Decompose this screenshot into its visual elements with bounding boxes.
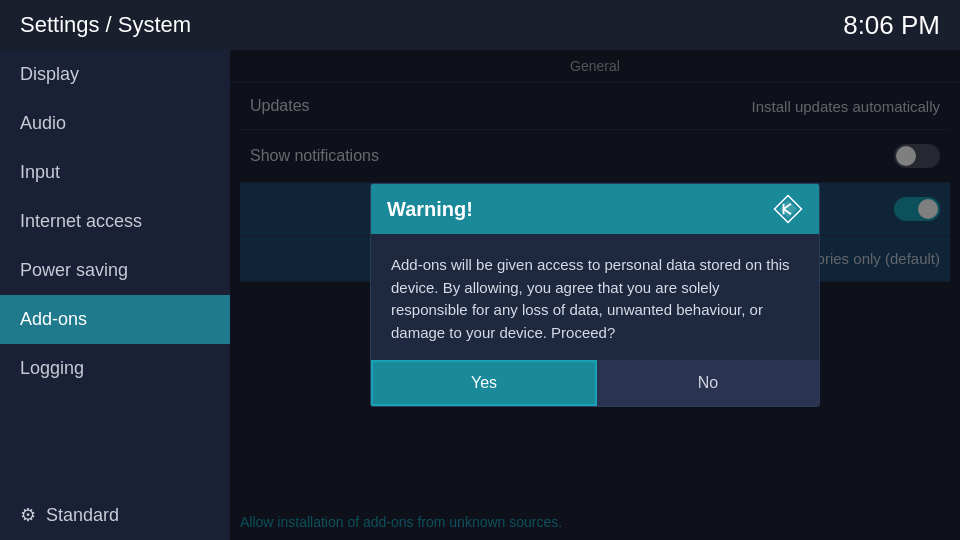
kodi-icon [773, 194, 803, 224]
no-button[interactable]: No [597, 360, 819, 406]
sidebar-item-power-saving[interactable]: Power saving [0, 246, 230, 295]
dialog-header: Warning! [371, 184, 819, 234]
header: Settings / System 8:06 PM [0, 0, 960, 50]
sidebar: Display Audio Input Internet access Powe… [0, 50, 230, 540]
main-layout: Display Audio Input Internet access Powe… [0, 50, 960, 540]
gear-icon: ⚙ [20, 504, 36, 526]
sidebar-item-logging[interactable]: Logging [0, 344, 230, 393]
dialog-overlay: Warning! Add-ons will be given access to… [230, 50, 960, 540]
sidebar-footer: ⚙ Standard [0, 490, 230, 540]
sidebar-item-input[interactable]: Input [0, 148, 230, 197]
sidebar-nav: Display Audio Input Internet access Powe… [0, 50, 230, 393]
content-area: General Updates Install updates automati… [230, 50, 960, 540]
warning-dialog: Warning! Add-ons will be given access to… [370, 183, 820, 407]
clock: 8:06 PM [843, 10, 940, 41]
dialog-body: Add-ons will be given access to personal… [371, 234, 819, 360]
sidebar-item-add-ons[interactable]: Add-ons [0, 295, 230, 344]
dialog-title: Warning! [387, 198, 473, 221]
dialog-buttons: Yes No [371, 360, 819, 406]
page-title: Settings / System [20, 12, 191, 38]
sidebar-item-internet-access[interactable]: Internet access [0, 197, 230, 246]
sidebar-item-audio[interactable]: Audio [0, 99, 230, 148]
yes-button[interactable]: Yes [371, 360, 597, 406]
standard-label: Standard [46, 505, 119, 526]
sidebar-item-display[interactable]: Display [0, 50, 230, 99]
